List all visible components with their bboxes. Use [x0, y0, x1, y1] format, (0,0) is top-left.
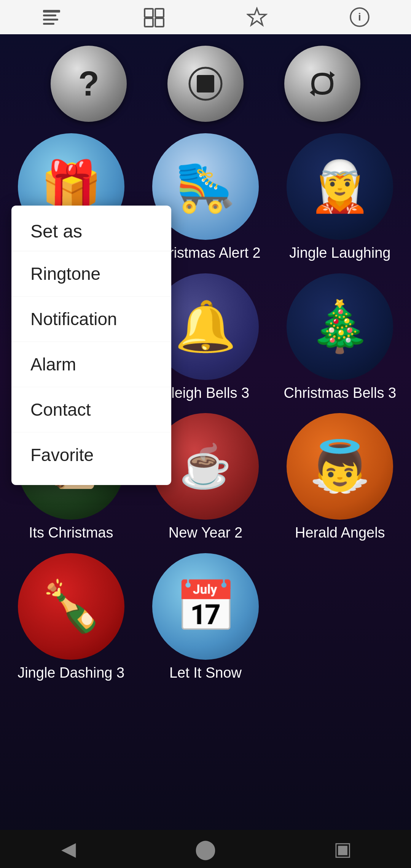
sound-label: New Year 2 — [169, 524, 242, 542]
svg-rect-3 — [43, 23, 54, 25]
toolbar: i — [0, 0, 411, 34]
sound-label: Its Christmas — [29, 524, 113, 542]
svg-marker-8 — [248, 8, 266, 25]
back-button[interactable]: ◀ — [53, 834, 84, 864]
svg-rect-5 — [145, 18, 153, 27]
favorites-icon[interactable] — [245, 6, 268, 29]
sound-item-let-it-snow[interactable]: 📅 Let It Snow — [142, 553, 269, 682]
context-menu-overlay: Set as Ringtone Notification Alarm Conta… — [11, 206, 171, 485]
sound-item-jingle-laughing[interactable]: 🧝 Jingle Laughing — [277, 133, 403, 262]
svg-marker-14 — [310, 89, 315, 96]
menu-item-alarm[interactable]: Alarm — [11, 342, 171, 387]
sound-label: Let It Snow — [169, 664, 242, 682]
menu-header: Set as — [11, 213, 171, 251]
menu-item-favorite[interactable]: Favorite — [11, 432, 171, 477]
sound-circle: 📅 — [152, 553, 259, 660]
sound-label: Christmas Bells 3 — [284, 385, 397, 402]
list-icon[interactable] — [143, 6, 166, 29]
svg-rect-1 — [43, 14, 56, 16]
text-icon[interactable] — [40, 6, 63, 29]
menu-item-contact[interactable]: Contact — [11, 387, 171, 432]
svg-text:i: i — [358, 11, 361, 23]
svg-rect-12 — [197, 75, 214, 93]
sound-item-jingle-dashing-3[interactable]: 🍾 Jingle Dashing 3 — [8, 553, 134, 682]
sound-label: Jingle Laughing — [289, 244, 390, 262]
home-button[interactable]: ⬤ — [190, 834, 221, 864]
sound-label: Jingle Dashing 3 — [18, 664, 124, 682]
svg-rect-7 — [155, 18, 164, 27]
svg-rect-4 — [145, 9, 153, 17]
sound-circle: 👼 — [287, 413, 393, 520]
unknown-button[interactable]: ? — [51, 46, 127, 122]
stop-button[interactable] — [167, 46, 244, 122]
recent-apps-button[interactable]: ▣ — [327, 834, 358, 864]
svg-rect-0 — [43, 10, 60, 13]
svg-rect-2 — [43, 19, 58, 21]
svg-marker-13 — [330, 71, 335, 79]
menu-item-notification[interactable]: Notification — [11, 297, 171, 342]
sound-item-christmas-bells-3[interactable]: 🎄 Christmas Bells 3 — [277, 273, 403, 402]
sound-circle: 🍾 — [18, 553, 124, 660]
sound-circle: 🧝 — [287, 133, 393, 240]
control-buttons: ? — [8, 46, 403, 122]
repeat-button[interactable] — [284, 46, 360, 122]
menu-item-ringtone[interactable]: Ringtone — [11, 251, 171, 297]
sound-label: Herald Angels — [295, 524, 385, 542]
context-menu: Set as Ringtone Notification Alarm Conta… — [11, 206, 171, 485]
bottom-nav: ◀ ⬤ ▣ — [0, 830, 411, 868]
svg-rect-6 — [155, 9, 164, 17]
sound-circle: 🎄 — [287, 273, 393, 380]
sound-item-herald-angels[interactable]: 👼 Herald Angels — [277, 413, 403, 542]
sound-label: Sleigh Bells 3 — [162, 385, 249, 402]
info-icon[interactable]: i — [348, 6, 371, 29]
